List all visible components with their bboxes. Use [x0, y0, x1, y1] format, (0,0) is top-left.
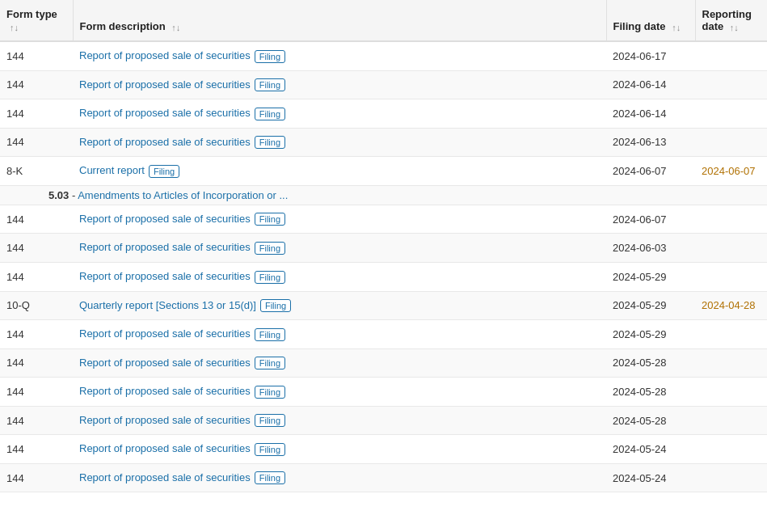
reporting-date-cell [695, 128, 767, 157]
filing-date-cell: 2024-06-07 [606, 205, 695, 234]
reporting-date-cell: 2024-04-28 [695, 291, 767, 320]
form-type-cell: 144 [0, 128, 73, 157]
form-description-cell: Quarterly report [Sections 13 or 15(d)]F… [73, 291, 606, 320]
table-row: 144Report of proposed sale of securities… [0, 463, 767, 492]
table-row: 144Report of proposed sale of securities… [0, 262, 767, 291]
table-row: 144Report of proposed sale of securities… [0, 41, 767, 70]
filing-badge[interactable]: Filing [255, 213, 285, 226]
table-row: 144Report of proposed sale of securities… [0, 435, 767, 464]
form-description-link[interactable]: Quarterly report [Sections 13 or 15(d)] [79, 299, 256, 311]
form-description-link[interactable]: Current report [79, 164, 145, 176]
form-description-cell: Report of proposed sale of securitiesFil… [73, 406, 606, 435]
filing-date-cell: 2024-05-28 [606, 348, 695, 378]
col-header-form-type[interactable]: Form type ↑↓ [0, 0, 73, 41]
form-description-cell: Report of proposed sale of securitiesFil… [73, 262, 606, 291]
form-description-link[interactable]: Report of proposed sale of securities [79, 241, 251, 253]
filing-badge[interactable]: Filing [255, 386, 285, 399]
form-description-link[interactable]: Report of proposed sale of securities [79, 107, 251, 119]
filing-date-cell: 2024-06-17 [606, 41, 695, 70]
filing-badge[interactable]: Filing [255, 471, 285, 484]
reporting-date-cell [695, 234, 767, 263]
filing-date-cell: 2024-05-29 [606, 291, 695, 320]
filing-badge[interactable]: Filing [255, 443, 285, 456]
subrow-content-cell: 5.03 - Amendments to Articles of Incorpo… [0, 185, 767, 205]
col-header-reporting-date[interactable]: Reporting date ↑↓ [695, 0, 767, 41]
form-description-link[interactable]: Report of proposed sale of securities [79, 270, 251, 282]
reporting-date-cell: 2024-06-07 [695, 157, 767, 186]
table-row: 144Report of proposed sale of securities… [0, 348, 767, 378]
filing-date-cell: 2024-05-28 [606, 406, 695, 435]
col-header-filing-date-label: Filing date [613, 20, 666, 32]
form-type-cell: 144 [0, 99, 73, 129]
table-row: 144Report of proposed sale of securities… [0, 99, 767, 129]
reporting-date-cell [695, 262, 767, 291]
reporting-date-cell [695, 348, 767, 378]
form-description-cell: Report of proposed sale of securitiesFil… [73, 348, 606, 378]
form-type-cell: 8-K [0, 157, 73, 186]
subrow-section-link[interactable]: Amendments to Articles of Incorporation … [78, 189, 288, 201]
form-description-cell: Report of proposed sale of securitiesFil… [73, 435, 606, 464]
filing-badge[interactable]: Filing [255, 50, 285, 63]
table-row: 144Report of proposed sale of securities… [0, 128, 767, 157]
col-header-filing-date[interactable]: Filing date ↑↓ [606, 0, 695, 41]
sort-icon-filing-date[interactable]: ↑↓ [672, 23, 681, 32]
table-row: 144Report of proposed sale of securities… [0, 205, 767, 234]
form-description-cell: Report of proposed sale of securitiesFil… [73, 128, 606, 157]
filing-date-cell: 2024-06-13 [606, 128, 695, 157]
filing-badge[interactable]: Filing [255, 357, 285, 369]
filing-date-cell: 2024-06-14 [606, 70, 695, 99]
sort-icon-form-description[interactable]: ↑↓ [171, 23, 180, 32]
filing-date-cell: 2024-05-29 [606, 262, 695, 291]
form-description-link[interactable]: Report of proposed sale of securities [79, 471, 251, 483]
reporting-date-cell [695, 70, 767, 99]
form-type-cell: 144 [0, 348, 73, 378]
form-description-link[interactable]: Report of proposed sale of securities [79, 442, 251, 454]
sort-icon-reporting-date[interactable]: ↑↓ [730, 23, 739, 32]
form-type-cell: 144 [0, 320, 73, 349]
form-description-cell: Report of proposed sale of securitiesFil… [73, 463, 606, 492]
filing-badge[interactable]: Filing [255, 78, 285, 91]
table-row: 10-QQuarterly report [Sections 13 or 15(… [0, 291, 767, 320]
form-description-link[interactable]: Report of proposed sale of securities [79, 78, 251, 91]
filing-date-cell: 2024-05-28 [606, 378, 695, 407]
subrow-section-text: - [69, 189, 78, 201]
reporting-date-cell [695, 435, 767, 464]
form-type-cell: 144 [0, 463, 73, 492]
filing-badge[interactable]: Filing [255, 136, 285, 149]
filing-badge[interactable]: Filing [255, 271, 285, 284]
form-description-link[interactable]: Report of proposed sale of securities [79, 357, 251, 369]
form-type-cell: 144 [0, 435, 73, 464]
form-description-link[interactable]: Report of proposed sale of securities [79, 327, 251, 340]
table-subrow: 5.03 - Amendments to Articles of Incorpo… [0, 185, 767, 205]
form-description-cell: Current reportFiling [73, 157, 606, 186]
form-description-cell: Report of proposed sale of securitiesFil… [73, 99, 606, 129]
filing-badge[interactable]: Filing [260, 299, 291, 312]
filing-badge[interactable]: Filing [149, 165, 179, 178]
form-type-cell: 10-Q [0, 291, 73, 320]
reporting-date-cell [695, 99, 767, 129]
sort-icon-form-type[interactable]: ↑↓ [10, 23, 19, 32]
table-header-row: Form type ↑↓ Form description ↑↓ Filing … [0, 0, 767, 41]
form-type-cell: 144 [0, 70, 73, 99]
form-description-link[interactable]: Report of proposed sale of securities [79, 385, 251, 397]
filing-badge[interactable]: Filing [255, 242, 285, 255]
form-description-link[interactable]: Report of proposed sale of securities [79, 414, 251, 426]
col-header-form-description[interactable]: Form description ↑↓ [73, 0, 606, 41]
subrow-section-number: 5.03 [48, 189, 69, 201]
filings-table-container: Form type ↑↓ Form description ↑↓ Filing … [0, 0, 767, 492]
filing-badge[interactable]: Filing [255, 328, 285, 341]
form-description-link[interactable]: Report of proposed sale of securities [79, 136, 251, 148]
col-header-form-description-label: Form description [80, 20, 166, 32]
filing-badge[interactable]: Filing [255, 108, 285, 120]
filings-table: Form type ↑↓ Form description ↑↓ Filing … [0, 0, 767, 492]
form-description-link[interactable]: Report of proposed sale of securities [79, 213, 251, 225]
table-row: 144Report of proposed sale of securities… [0, 234, 767, 263]
reporting-date-cell [695, 320, 767, 349]
reporting-date-cell [695, 378, 767, 407]
filing-badge[interactable]: Filing [255, 414, 285, 427]
form-type-cell: 144 [0, 378, 73, 407]
filing-date-cell: 2024-06-07 [606, 157, 695, 186]
form-description-cell: Report of proposed sale of securitiesFil… [73, 234, 606, 263]
form-description-link[interactable]: Report of proposed sale of securities [79, 49, 251, 61]
form-type-cell: 144 [0, 41, 73, 70]
